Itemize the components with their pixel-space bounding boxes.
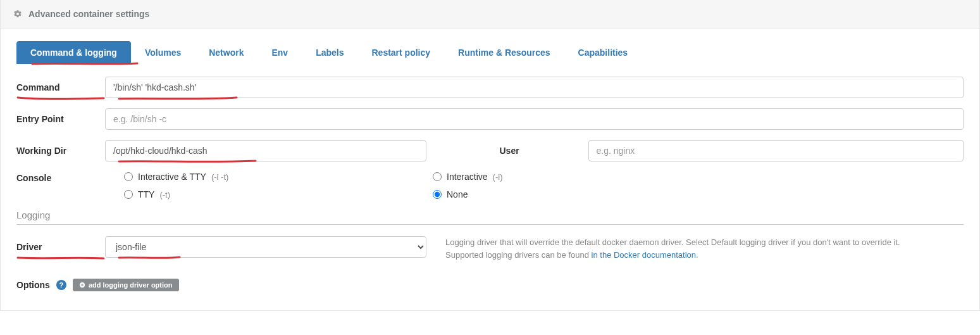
- tab-label: Command & logging: [30, 47, 117, 58]
- label-entry-point: Entry Point: [16, 114, 105, 124]
- radio-input[interactable]: [433, 172, 442, 181]
- tab-command-logging[interactable]: Command & logging: [16, 41, 131, 64]
- tab-env[interactable]: Env: [257, 41, 302, 64]
- tab-bar: Command & logging Volumes Network Env La…: [1, 28, 979, 64]
- settings-header: Advanced container settings: [0, 0, 980, 28]
- row-console: Console Interactive & TTY (-i -t) TTY (-…: [16, 172, 964, 199]
- add-logging-option-button[interactable]: add logging driver option: [73, 279, 179, 291]
- tab-network[interactable]: Network: [195, 41, 257, 64]
- col-user: User: [500, 140, 964, 161]
- tab-label: Volumes: [145, 47, 181, 58]
- radio-label: Interactive & TTY: [138, 172, 206, 182]
- row-driver: Driver json-file Logging driver that wil…: [16, 236, 964, 261]
- command-input[interactable]: [105, 77, 964, 98]
- label-options: Options: [16, 280, 50, 290]
- settings-panel: Command & logging Volumes Network Env La…: [0, 28, 980, 311]
- settings-header-title: Advanced container settings: [28, 9, 149, 19]
- tab-runtime-resources[interactable]: Runtime & Resources: [444, 41, 564, 64]
- radio-interactive[interactable]: Interactive (-i): [433, 172, 502, 182]
- plus-icon: [79, 282, 85, 288]
- radio-input[interactable]: [124, 190, 133, 199]
- label-driver: Driver: [16, 242, 105, 252]
- row-options: Options ? add logging driver option: [16, 279, 964, 291]
- tab-restart-policy[interactable]: Restart policy: [357, 41, 444, 64]
- radio-none[interactable]: None: [433, 189, 502, 199]
- driver-hint: Logging driver that will override the de…: [445, 236, 901, 261]
- radio-input[interactable]: [433, 190, 442, 199]
- console-radio-group: Interactive & TTY (-i -t) TTY (-t) Inter…: [105, 172, 502, 199]
- tab-label: Env: [271, 47, 288, 58]
- docker-docs-link[interactable]: in the Docker documentation: [592, 250, 696, 260]
- radio-interactive-tty[interactable]: Interactive & TTY (-i -t): [124, 172, 433, 182]
- radio-flag: (-i -t): [211, 172, 228, 182]
- radio-input[interactable]: [124, 172, 133, 181]
- driver-select[interactable]: json-file: [105, 236, 426, 258]
- radio-flag: (-i): [493, 172, 503, 182]
- radio-label: TTY: [138, 189, 154, 199]
- form-content: Command Entry Point Working Dir User Con…: [1, 64, 979, 291]
- row-workdir-user: Working Dir User: [16, 140, 964, 161]
- tab-label: Restart policy: [371, 47, 430, 58]
- user-input[interactable]: [588, 140, 964, 161]
- tab-label: Capabilities: [578, 47, 628, 58]
- tab-labels[interactable]: Labels: [302, 41, 357, 64]
- button-label: add logging driver option: [89, 281, 173, 289]
- tab-volumes[interactable]: Volumes: [131, 41, 195, 64]
- label-working-dir: Working Dir: [16, 146, 105, 156]
- hint-text: .: [696, 250, 698, 260]
- row-command: Command: [16, 77, 964, 98]
- radio-tty[interactable]: TTY (-t): [124, 189, 433, 199]
- tab-label: Network: [209, 47, 244, 58]
- gear-icon: [13, 9, 22, 18]
- help-icon[interactable]: ?: [56, 280, 66, 290]
- radio-label: None: [447, 189, 468, 199]
- label-command: Command: [16, 82, 105, 92]
- col-working-dir: Working Dir: [16, 140, 481, 161]
- radio-flag: (-t): [159, 190, 170, 199]
- radio-label: Interactive: [447, 172, 488, 182]
- tab-capabilities[interactable]: Capabilities: [564, 41, 642, 64]
- working-dir-input[interactable]: [105, 140, 426, 161]
- tab-label: Labels: [316, 47, 344, 58]
- label-console: Console: [16, 172, 105, 183]
- label-user: User: [500, 146, 588, 156]
- tab-label: Runtime & Resources: [458, 47, 550, 58]
- annotation-underline: [16, 96, 105, 102]
- logging-heading: Logging: [16, 210, 964, 225]
- row-entry-point: Entry Point: [16, 108, 964, 130]
- entry-point-input[interactable]: [105, 108, 964, 130]
